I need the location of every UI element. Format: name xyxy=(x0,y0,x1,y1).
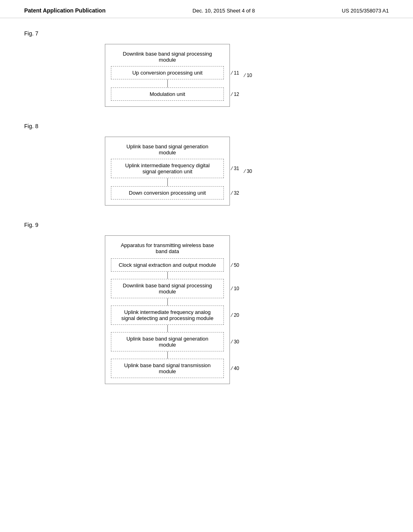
fig9-box2: Downlink base band signal processing mod… xyxy=(111,279,224,298)
fig9-box1-ref: ∕ 50 xyxy=(232,262,239,268)
fig9-box5-ref: ∕ 40 xyxy=(232,366,239,371)
fig7-box2-ref: ∕ 12 xyxy=(232,91,239,97)
fig7-outer-box: Downlink base band signal processing mod… xyxy=(105,44,230,107)
fig9-outer-box: Apparatus for transmitting wireless base… xyxy=(105,235,230,384)
fig9-connector1 xyxy=(167,272,168,279)
fig7-box2: Modulation unit xyxy=(111,87,224,101)
header-right: US 2015/358073 A1 xyxy=(342,8,389,14)
page-header: Patent Application Publication Dec. 10, … xyxy=(0,0,413,18)
header-center: Dec. 10, 2015 Sheet 4 of 8 xyxy=(192,8,255,14)
fig8-outer-title: Uplink base band signal generation modul… xyxy=(111,141,224,159)
fig8-outer-box: Uplink base band signal generation modul… xyxy=(105,137,230,206)
fig8-box1-ref: ∕ 31 xyxy=(232,166,239,171)
fig9-outer-title: Apparatus for transmitting wireless base… xyxy=(111,240,224,258)
fig9-box1: Clock signal extraction and output modul… xyxy=(111,258,224,272)
main-content: Fig. 7 Downlink base band signal process… xyxy=(0,18,413,412)
fig9-connector4 xyxy=(167,351,168,359)
header-left: Patent Application Publication xyxy=(24,7,106,14)
fig8-box2-ref: ∕ 32 xyxy=(232,190,239,196)
fig7-outer-ref: ∕ 10 xyxy=(244,73,252,78)
fig7-box1-ref: ∕ 11 xyxy=(232,70,239,76)
fig9-connector3 xyxy=(167,325,168,332)
fig9-box2-ref: ∕ 10 xyxy=(232,286,239,291)
fig7-section: Fig. 7 Downlink base band signal process… xyxy=(24,30,389,107)
fig7-label: Fig. 7 xyxy=(24,30,389,37)
fig9-connector2 xyxy=(167,298,168,305)
fig9-box5: Uplink base band signal transmission mod… xyxy=(111,359,224,378)
fig8-outer-ref: ∕ 30 xyxy=(244,168,252,174)
fig8-section: Fig. 8 Uplink base band signal generatio… xyxy=(24,123,389,206)
fig9-section: Fig. 9 Apparatus for transmitting wirele… xyxy=(24,222,389,384)
fig8-connector xyxy=(167,178,168,186)
fig8-label: Fig. 8 xyxy=(24,123,389,129)
fig9-box3-ref: ∕ 20 xyxy=(232,312,239,318)
fig9-box4-ref: ∕ 30 xyxy=(232,339,239,345)
fig7-outer-title: Downlink base band signal processing mod… xyxy=(111,48,224,66)
fig7-box1: Up conversion processing unit xyxy=(111,66,224,79)
fig8-box2: Down conversion processing unit xyxy=(111,186,224,200)
fig9-label: Fig. 9 xyxy=(24,222,389,228)
fig9-box4: Uplink base band signal generation modul… xyxy=(111,332,224,351)
fig8-box1: Uplink intermediate frequency digital si… xyxy=(111,159,224,178)
fig7-connector xyxy=(167,79,168,87)
fig9-box3: Uplink intermediate frequency analog sig… xyxy=(111,305,224,325)
